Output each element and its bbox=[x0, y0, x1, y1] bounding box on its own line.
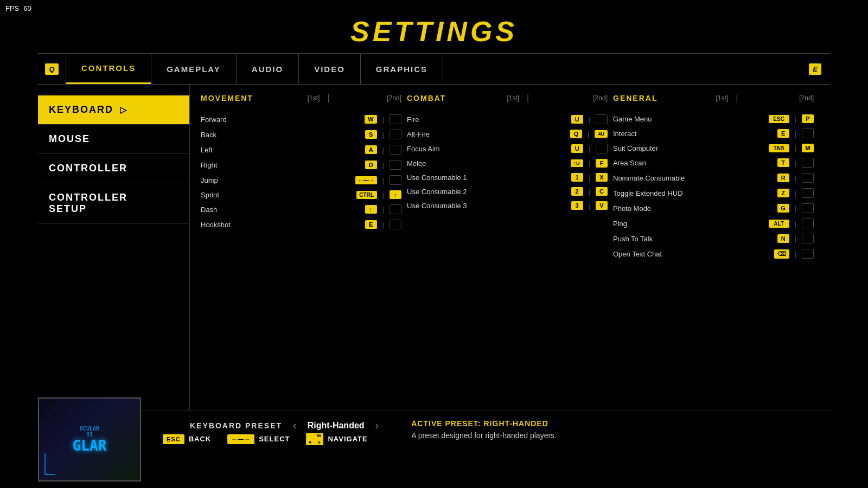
binding-consumable2: Use Consumable 2 2 | C bbox=[407, 184, 608, 198]
q-key-button[interactable]: Q bbox=[38, 54, 66, 84]
bottom-navigate: W A S NAVIGATE bbox=[306, 433, 367, 445]
binding-back: Back S | bbox=[201, 127, 401, 142]
sidebar-label-mouse: MOUSE bbox=[49, 133, 90, 144]
key-consumable1-1[interactable]: 1 bbox=[571, 173, 583, 182]
key-nominate-1[interactable]: R bbox=[777, 174, 789, 182]
sidebar: KEYBOARD ▷ MOUSE CONTROLLER CONTROLLERSE… bbox=[38, 85, 190, 410]
key-forward-2[interactable] bbox=[390, 114, 401, 124]
key-consumable1-2[interactable]: X bbox=[596, 173, 608, 182]
key-gamemenu-2[interactable]: P bbox=[802, 114, 814, 123]
key-opentextchat-2[interactable] bbox=[802, 249, 814, 259]
key-suitcomputer-1[interactable]: TAB bbox=[769, 144, 789, 152]
key-consumable2-1[interactable]: 2 bbox=[571, 187, 583, 196]
combat-title: COMBAT bbox=[407, 94, 446, 102]
key-sprint-1[interactable]: CTRL bbox=[356, 191, 377, 199]
key-left-1[interactable]: A bbox=[365, 145, 377, 154]
key-forward-1[interactable]: W bbox=[365, 115, 376, 124]
key-gamemenu-1[interactable]: ESC bbox=[769, 115, 789, 123]
key-hookshot-2[interactable] bbox=[390, 220, 401, 229]
tab-controls[interactable]: CONTROLS bbox=[66, 54, 151, 84]
binding-suitcomputer: Suit Computer TAB | M bbox=[613, 141, 814, 155]
general-section: GENERAL [1st] | [2nd] Game Menu ESC | P … bbox=[613, 93, 819, 261]
page-title: SETTINGS bbox=[0, 0, 868, 53]
fps-label: FPS bbox=[5, 4, 19, 12]
movement-col1: [1st] bbox=[308, 94, 320, 102]
key-interact-2[interactable] bbox=[802, 129, 814, 138]
key-suitcomputer-2[interactable]: M bbox=[802, 144, 814, 152]
general-header: GENERAL [1st] | [2nd] bbox=[613, 93, 814, 105]
binding-focusaim: Focus Aim U | bbox=[407, 141, 608, 156]
key-melee-1[interactable]: ↑U bbox=[571, 159, 583, 167]
tab-gameplay[interactable]: GAMEPLAY bbox=[151, 54, 237, 84]
binding-right: Right D | bbox=[201, 157, 401, 172]
key-areascan-2[interactable] bbox=[802, 158, 814, 168]
binding-interact: Interact E | bbox=[613, 126, 814, 141]
binding-gamemenu: Game Menu ESC | P bbox=[613, 112, 814, 126]
thumbnail-line1: OCULAR01 bbox=[80, 426, 99, 438]
select-label: SELECT bbox=[259, 435, 290, 443]
key-togglehud-1[interactable]: Z bbox=[777, 189, 789, 197]
key-altfire-2[interactable]: 4U bbox=[595, 130, 608, 138]
key-fire-1[interactable]: U bbox=[571, 115, 583, 124]
key-left-2[interactable] bbox=[390, 145, 401, 155]
sidebar-label-controller: CONTROLLER bbox=[49, 163, 127, 174]
key-consumable2-2[interactable]: C bbox=[596, 187, 608, 196]
key-hookshot-1[interactable]: E bbox=[365, 220, 377, 229]
key-areascan-1[interactable]: T bbox=[777, 158, 789, 167]
key-sprint-2[interactable]: ↑ bbox=[390, 190, 401, 199]
key-consumable3-2[interactable]: V bbox=[596, 201, 608, 210]
key-opentextchat-1[interactable]: ⌫ bbox=[774, 249, 789, 259]
back-label: BACK bbox=[189, 435, 212, 443]
sidebar-label-keyboard: KEYBOARD bbox=[49, 104, 113, 115]
key-interact-1[interactable]: E bbox=[777, 129, 789, 138]
key-pushtotalk-1[interactable]: N bbox=[777, 234, 789, 243]
wasd-key: W A S bbox=[306, 433, 323, 445]
tab-graphics[interactable]: GRAPHICS bbox=[361, 54, 443, 84]
key-right-2[interactable] bbox=[390, 160, 401, 170]
binding-togglehud: Toggle Extended HUD Z | bbox=[613, 185, 814, 201]
sidebar-item-keyboard[interactable]: KEYBOARD ▷ bbox=[38, 95, 189, 125]
binding-opentextchat: Open Text Chat ⌫ | bbox=[613, 246, 814, 261]
key-dash-2[interactable] bbox=[390, 204, 401, 214]
navigate-label: NAVIGATE bbox=[328, 435, 367, 443]
key-consumable3-1[interactable]: 3 bbox=[571, 201, 583, 210]
key-back-1[interactable]: S bbox=[365, 130, 377, 139]
tab-audio[interactable]: AUDIO bbox=[237, 54, 299, 84]
key-right-1[interactable]: D bbox=[365, 160, 377, 169]
binding-consumable3: Use Consumable 3 3 | V bbox=[407, 198, 608, 213]
key-jump-2[interactable] bbox=[390, 175, 401, 185]
binding-areascan: Area Scan T | bbox=[613, 155, 814, 170]
sidebar-item-mouse[interactable]: MOUSE bbox=[38, 125, 189, 154]
key-pushtotalk-2[interactable] bbox=[802, 234, 814, 243]
e-key-nav[interactable]: E bbox=[800, 54, 830, 84]
key-togglehud-2[interactable] bbox=[802, 188, 814, 198]
key-ping-2[interactable] bbox=[802, 219, 814, 228]
tab-video[interactable]: VIDEO bbox=[299, 54, 361, 84]
key-ping-1[interactable]: ALT bbox=[769, 220, 789, 228]
movement-col-sep: | bbox=[327, 93, 329, 103]
key-focusaim-1[interactable]: U bbox=[571, 144, 583, 153]
sidebar-item-controller[interactable]: CONTROLLER bbox=[38, 154, 189, 183]
key-dash-1[interactable]: ↑ bbox=[365, 205, 377, 214]
esc-key: ESC bbox=[163, 434, 184, 444]
main-content: KEYBOARD ▷ MOUSE CONTROLLER CONTROLLERSE… bbox=[38, 85, 830, 410]
key-nominate-2[interactable] bbox=[802, 173, 814, 183]
key-altfire-1[interactable]: Q bbox=[570, 130, 582, 138]
binding-dash: Dash ↑ | bbox=[201, 202, 401, 217]
key-photomode-1[interactable]: G bbox=[777, 204, 789, 213]
key-fire-2[interactable] bbox=[596, 114, 608, 124]
thumbnail-glar: GLAR bbox=[73, 438, 107, 454]
character-thumbnail: OCULAR01 GLAR bbox=[38, 397, 141, 481]
key-photomode-2[interactable] bbox=[802, 203, 814, 213]
binding-nominate: Nominate Consumable R | bbox=[613, 170, 814, 185]
general-title: GENERAL bbox=[613, 94, 658, 102]
key-melee-2[interactable]: F bbox=[596, 159, 608, 168]
key-focusaim-2[interactable] bbox=[596, 144, 608, 153]
binding-hookshot: Hookshot E | bbox=[201, 217, 401, 232]
binding-forward: Forward W | bbox=[201, 112, 401, 127]
movement-title: MOVEMENT bbox=[201, 94, 253, 102]
sidebar-item-controller-setup[interactable]: CONTROLLERSETUP bbox=[38, 183, 189, 224]
key-jump-1[interactable]: ←—→ bbox=[355, 176, 377, 184]
binding-pushtotalk: Push To Talk N | bbox=[613, 231, 814, 246]
key-back-2[interactable] bbox=[390, 130, 401, 139]
